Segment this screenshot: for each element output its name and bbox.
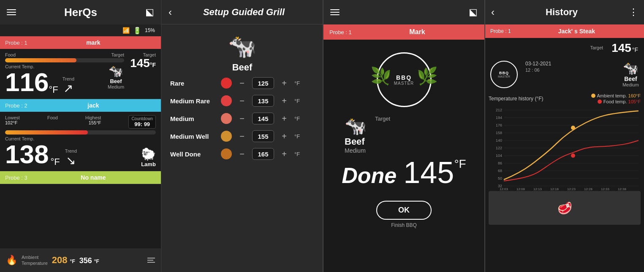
bbq-badge-text: BBQ [396, 74, 412, 81]
doneness-name-3: Medium Well [170, 133, 217, 140]
deg-label-1: °F [294, 98, 300, 104]
temperature-chart: 212 194 176 158 140 122 104 86 68 50 32 [489, 106, 641, 190]
panel4-bbq-badge: BBQ MASTER [490, 61, 518, 88]
ambient-legend-label: Ambient temp. 160°F [597, 93, 641, 98]
probe-1-temp-row: 116 °F Trend ↗ [5, 69, 74, 95]
beef-section: 🐄 Beef [162, 24, 323, 77]
panel4-probe-bar: Probe : 1 Jack' s Steak [485, 24, 644, 38]
panel3-temp-unit: °F [454, 157, 466, 171]
minus-button-4[interactable]: − [236, 148, 248, 160]
plus-button-0[interactable]: + [278, 77, 290, 89]
deg-label-4: °F [294, 151, 300, 157]
temp-box-4: 165 [252, 148, 274, 160]
panel4-back-button[interactable]: ‹ [491, 6, 495, 18]
panel3-body: 🌿 🌿 BBQ MASTER 🐄 Beef Medium Target Done… [323, 40, 484, 272]
temp-box-1: 135 [252, 95, 274, 107]
panel3-hamburger-icon[interactable] [330, 9, 340, 15]
panel-history: ‹ History ⋮ Probe : 1 Jack' s Steak Targ… [485, 0, 644, 272]
panel3-export-icon[interactable]: ⬕ [469, 7, 478, 18]
doneness-row: Rare − 125 + °F [170, 77, 314, 89]
panel3-done-text: Done [342, 163, 397, 188]
panel4-chart-title: Temperature history (°F) [489, 96, 543, 102]
panel4-date: 03-12-2021 [525, 61, 551, 67]
svg-point-23 [571, 154, 575, 158]
panel3-food-row: 🐄 Beef Medium Target [332, 116, 476, 154]
svg-text:176: 176 [496, 123, 502, 127]
probe-2-header: Probe : 2 jack [0, 99, 161, 112]
panel4-dots-icon[interactable]: ⋮ [629, 7, 638, 18]
temp-box-2: 145 [252, 113, 274, 124]
svg-text:12:03: 12:03 [500, 187, 508, 190]
probe-2-card: Probe : 2 jack Lowest102°F Food Highest1… [0, 99, 161, 171]
svg-text:194: 194 [496, 116, 502, 120]
doneness-color-3 [221, 131, 232, 142]
probe-1-animal-icon: 🐄 [109, 64, 123, 78]
probe-2-temp-row: Current Temp. 138 °F Trend ↘ 🐑 Lamb [5, 136, 156, 167]
minus-button-1[interactable]: − [236, 95, 248, 107]
panel2-header: ‹ Setup Guided Grill [162, 0, 323, 24]
temp-box-3: 155 [252, 130, 274, 142]
minus-button-0[interactable]: − [236, 77, 248, 89]
probe-2-bar-row [5, 130, 156, 135]
plus-button-3[interactable]: + [278, 130, 290, 142]
back-button[interactable]: ‹ [168, 6, 172, 18]
doneness-color-1 [221, 95, 232, 106]
food-thumbnail: 🥩 [489, 191, 641, 225]
plus-button-1[interactable]: + [278, 95, 290, 107]
svg-point-22 [571, 126, 575, 130]
panel3-temp: 145 °F [403, 157, 466, 188]
probe-1-name: mark [31, 39, 156, 46]
panel4-time: 12 : 06 [525, 67, 551, 73]
minus-button-3[interactable]: − [236, 130, 248, 142]
probe-3-card: Probe : 3 No name [0, 171, 161, 184]
svg-text:12:38: 12:38 [618, 187, 627, 190]
panel4-target-unit: °F [632, 46, 638, 53]
svg-text:12:08: 12:08 [516, 187, 525, 190]
beef-title: Beef [232, 62, 253, 73]
svg-text:68: 68 [498, 169, 502, 173]
panel4-target-section: Target [491, 45, 603, 51]
panel3-food-sub: Medium [345, 147, 367, 154]
svg-text:86: 86 [498, 161, 502, 165]
svg-text:122: 122 [496, 146, 502, 150]
doneness-name-2: Medium [170, 115, 217, 122]
probe-2-temp-section: Current Temp. 138 °F Trend ↘ [5, 136, 77, 167]
probe-1-food-bar-bg [5, 58, 124, 62]
ok-button[interactable]: OK [376, 201, 432, 220]
panel3-done-row: Done 145 °F [342, 157, 466, 188]
settings-lines-icon[interactable] [147, 258, 155, 263]
plus-button-4[interactable]: + [278, 148, 290, 160]
panel4-food-sub: Medium [622, 82, 639, 87]
probe-2-food-name: Lamb [141, 161, 156, 167]
panel4-badge-text: BBQ [499, 71, 509, 75]
probe-2-bar-bg [5, 130, 156, 135]
panel4-info-row: BBQ MASTER 03-12-2021 12 : 06 🐄 Beef Med… [485, 58, 644, 91]
temp-box-0: 125 [252, 77, 274, 89]
probe-2-food-col: 🐑 Lamb [141, 147, 156, 167]
panel4-legend-food: Food temp. 105°F [598, 99, 641, 104]
panel4-meta: 03-12-2021 12 : 06 [525, 61, 551, 73]
ambient-temps: 208 °F 356 °F [52, 255, 99, 266]
probe-2-animal-icon: 🐑 [141, 147, 156, 161]
probe-2-lowest: Lowest102°F [5, 115, 20, 129]
minus-button-2[interactable]: − [236, 113, 248, 124]
panel1-header: HerQs ⬕ [0, 0, 161, 24]
doneness-row: Medium Rare − 135 + °F [170, 95, 314, 107]
probe-1-current-temp: 116 [5, 69, 49, 95]
panel3-target-label: Target [375, 116, 390, 122]
plus-button-2[interactable]: + [278, 113, 290, 124]
panel2-title: Setup Guided Grill [172, 7, 316, 18]
ambient-temp2: 356 °F [79, 256, 99, 265]
probe-1-food-label: Food [5, 52, 16, 57]
doneness-row: Well Done − 165 + °F [170, 148, 314, 160]
bbq-badge-sub: MASTER [394, 81, 414, 86]
svg-text:12:13: 12:13 [533, 187, 542, 190]
panel4-header: ‹ History ⋮ [485, 0, 644, 24]
panel4-legend: Ambient temp. 160°F Food temp. 105°F [591, 93, 641, 104]
panel3-temp-val: 145 [403, 157, 454, 188]
export-icon[interactable]: ⬕ [145, 7, 154, 18]
panel4-legend-ambient: Ambient temp. 160°F [591, 93, 641, 98]
probe-2-countdown: Countdown 99: 99 [128, 115, 156, 129]
hamburger-menu-icon[interactable] [7, 9, 16, 15]
doneness-name-0: Rare [170, 80, 217, 87]
